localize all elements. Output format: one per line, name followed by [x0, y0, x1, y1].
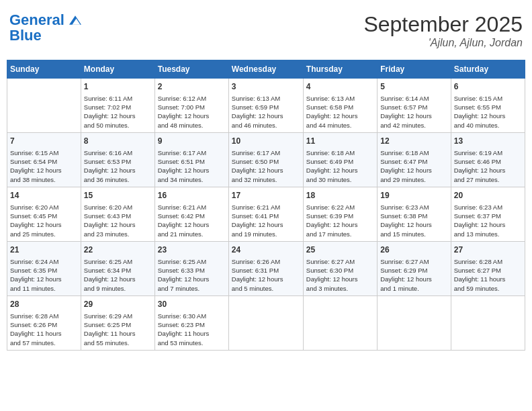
calendar-cell	[451, 295, 525, 350]
calendar-cell	[228, 295, 303, 350]
day-info: Sunrise: 6:24 AM Sunset: 6:35 PM Dayligh…	[10, 257, 78, 293]
calendar-cell: 10Sunrise: 6:17 AM Sunset: 6:50 PM Dayli…	[228, 132, 303, 187]
day-info: Sunrise: 6:22 AM Sunset: 6:39 PM Dayligh…	[306, 203, 374, 238]
day-number: 21	[10, 244, 78, 256]
day-info: Sunrise: 6:27 AM Sunset: 6:30 PM Dayligh…	[306, 257, 374, 293]
day-info: Sunrise: 6:28 AM Sunset: 6:27 PM Dayligh…	[454, 257, 522, 293]
calendar-cell	[303, 295, 377, 350]
calendar-cell: 23Sunrise: 6:25 AM Sunset: 6:33 PM Dayli…	[154, 241, 228, 295]
day-info: Sunrise: 6:20 AM Sunset: 6:43 PM Dayligh…	[84, 203, 152, 238]
calendar-cell: 25Sunrise: 6:27 AM Sunset: 6:30 PM Dayli…	[303, 241, 377, 295]
calendar-cell: 13Sunrise: 6:19 AM Sunset: 6:46 PM Dayli…	[451, 132, 525, 187]
calendar-cell: 1Sunrise: 6:11 AM Sunset: 7:02 PM Daylig…	[81, 79, 154, 133]
calendar-cell: 19Sunrise: 6:23 AM Sunset: 6:38 PM Dayli…	[378, 187, 451, 241]
col-header-thursday: Thursday	[303, 60, 377, 79]
calendar-cell: 8Sunrise: 6:16 AM Sunset: 6:53 PM Daylig…	[81, 132, 154, 187]
day-number: 27	[454, 244, 522, 256]
calendar-cell: 22Sunrise: 6:25 AM Sunset: 6:34 PM Dayli…	[81, 241, 154, 295]
calendar-cell: 12Sunrise: 6:18 AM Sunset: 6:47 PM Dayli…	[378, 132, 451, 187]
day-info: Sunrise: 6:17 AM Sunset: 6:51 PM Dayligh…	[158, 148, 226, 184]
day-info: Sunrise: 6:13 AM Sunset: 6:59 PM Dayligh…	[232, 94, 300, 130]
day-number: 23	[158, 244, 226, 256]
calendar-cell: 4Sunrise: 6:13 AM Sunset: 6:58 PM Daylig…	[303, 79, 377, 133]
day-info: Sunrise: 6:12 AM Sunset: 7:00 PM Dayligh…	[158, 94, 226, 130]
day-info: Sunrise: 6:28 AM Sunset: 6:26 PM Dayligh…	[10, 312, 78, 347]
calendar-cell: 20Sunrise: 6:23 AM Sunset: 6:37 PM Dayli…	[451, 187, 525, 241]
calendar-cell: 29Sunrise: 6:29 AM Sunset: 6:25 PM Dayli…	[81, 295, 154, 350]
day-info: Sunrise: 6:30 AM Sunset: 6:23 PM Dayligh…	[158, 312, 226, 347]
day-number: 11	[306, 136, 374, 147]
day-info: Sunrise: 6:16 AM Sunset: 6:53 PM Dayligh…	[84, 148, 152, 184]
calendar-cell: 3Sunrise: 6:13 AM Sunset: 6:59 PM Daylig…	[228, 79, 303, 133]
calendar-cell: 30Sunrise: 6:30 AM Sunset: 6:23 PM Dayli…	[154, 295, 228, 350]
calendar-cell: 9Sunrise: 6:17 AM Sunset: 6:51 PM Daylig…	[154, 132, 228, 187]
day-number: 30	[158, 299, 226, 310]
day-number: 9	[158, 136, 226, 147]
calendar-table: SundayMondayTuesdayWednesdayThursdayFrid…	[7, 60, 525, 351]
day-number: 10	[232, 136, 300, 147]
calendar-cell: 5Sunrise: 6:14 AM Sunset: 6:57 PM Daylig…	[378, 79, 451, 133]
calendar-cell: 7Sunrise: 6:15 AM Sunset: 6:54 PM Daylig…	[7, 132, 81, 187]
logo-text: General	[9, 12, 81, 28]
day-number: 17	[232, 190, 300, 201]
month-title: September 2025	[363, 12, 523, 37]
calendar-cell: 16Sunrise: 6:21 AM Sunset: 6:42 PM Dayli…	[154, 187, 228, 241]
day-info: Sunrise: 6:18 AM Sunset: 6:49 PM Dayligh…	[306, 148, 374, 184]
day-number: 5	[380, 81, 447, 93]
calendar-cell: 27Sunrise: 6:28 AM Sunset: 6:27 PM Dayli…	[451, 241, 525, 295]
page-header: General Blue September 2025 'Ajlun, Ajlu…	[7, 7, 525, 54]
day-info: Sunrise: 6:19 AM Sunset: 6:46 PM Dayligh…	[454, 148, 522, 184]
day-number: 3	[232, 81, 300, 93]
day-number: 12	[380, 136, 447, 147]
day-info: Sunrise: 6:20 AM Sunset: 6:45 PM Dayligh…	[10, 203, 78, 238]
day-info: Sunrise: 6:25 AM Sunset: 6:34 PM Dayligh…	[84, 257, 152, 293]
day-info: Sunrise: 6:15 AM Sunset: 6:55 PM Dayligh…	[454, 94, 522, 130]
title-block: September 2025 'Ajlun, Ajlun, Jordan	[363, 12, 523, 49]
calendar-cell: 2Sunrise: 6:12 AM Sunset: 7:00 PM Daylig…	[154, 79, 228, 133]
day-number: 29	[84, 299, 152, 310]
calendar-cell: 15Sunrise: 6:20 AM Sunset: 6:43 PM Dayli…	[81, 187, 154, 241]
calendar-cell	[7, 79, 81, 133]
calendar-cell: 24Sunrise: 6:26 AM Sunset: 6:31 PM Dayli…	[228, 241, 303, 295]
calendar-cell	[378, 295, 451, 350]
day-number: 6	[454, 81, 522, 93]
calendar-cell: 6Sunrise: 6:15 AM Sunset: 6:55 PM Daylig…	[451, 79, 525, 133]
day-number: 18	[306, 190, 374, 201]
day-info: Sunrise: 6:26 AM Sunset: 6:31 PM Dayligh…	[232, 257, 300, 293]
day-info: Sunrise: 6:15 AM Sunset: 6:54 PM Dayligh…	[10, 148, 78, 184]
day-number: 7	[10, 136, 78, 147]
day-info: Sunrise: 6:18 AM Sunset: 6:47 PM Dayligh…	[380, 148, 447, 184]
calendar-cell: 14Sunrise: 6:20 AM Sunset: 6:45 PM Dayli…	[7, 187, 81, 241]
day-number: 8	[84, 136, 152, 147]
calendar-cell: 21Sunrise: 6:24 AM Sunset: 6:35 PM Dayli…	[7, 241, 81, 295]
calendar-cell: 28Sunrise: 6:28 AM Sunset: 6:26 PM Dayli…	[7, 295, 81, 350]
day-info: Sunrise: 6:23 AM Sunset: 6:37 PM Dayligh…	[454, 203, 522, 238]
calendar-cell: 11Sunrise: 6:18 AM Sunset: 6:49 PM Dayli…	[303, 132, 377, 187]
col-header-monday: Monday	[81, 60, 154, 79]
day-number: 26	[380, 244, 447, 256]
day-number: 28	[10, 299, 78, 310]
day-number: 14	[10, 190, 78, 201]
day-number: 25	[306, 244, 374, 256]
day-number: 2	[158, 81, 226, 93]
day-number: 22	[84, 244, 152, 256]
day-info: Sunrise: 6:29 AM Sunset: 6:25 PM Dayligh…	[84, 312, 152, 347]
day-info: Sunrise: 6:11 AM Sunset: 7:02 PM Dayligh…	[84, 94, 152, 130]
day-info: Sunrise: 6:21 AM Sunset: 6:42 PM Dayligh…	[158, 203, 226, 238]
day-number: 20	[454, 190, 522, 201]
calendar-cell: 18Sunrise: 6:22 AM Sunset: 6:39 PM Dayli…	[303, 187, 377, 241]
col-header-saturday: Saturday	[451, 60, 525, 79]
calendar-cell: 17Sunrise: 6:21 AM Sunset: 6:41 PM Dayli…	[228, 187, 303, 241]
day-number: 4	[306, 81, 374, 93]
logo: General Blue	[9, 12, 81, 43]
day-number: 13	[454, 136, 522, 147]
day-info: Sunrise: 6:21 AM Sunset: 6:41 PM Dayligh…	[232, 203, 300, 238]
day-info: Sunrise: 6:25 AM Sunset: 6:33 PM Dayligh…	[158, 257, 226, 293]
day-number: 1	[84, 81, 152, 93]
col-header-sunday: Sunday	[7, 60, 81, 79]
col-header-friday: Friday	[378, 60, 451, 79]
day-info: Sunrise: 6:17 AM Sunset: 6:50 PM Dayligh…	[232, 148, 300, 184]
day-number: 15	[84, 190, 152, 201]
day-number: 24	[232, 244, 300, 256]
day-number: 16	[158, 190, 226, 201]
